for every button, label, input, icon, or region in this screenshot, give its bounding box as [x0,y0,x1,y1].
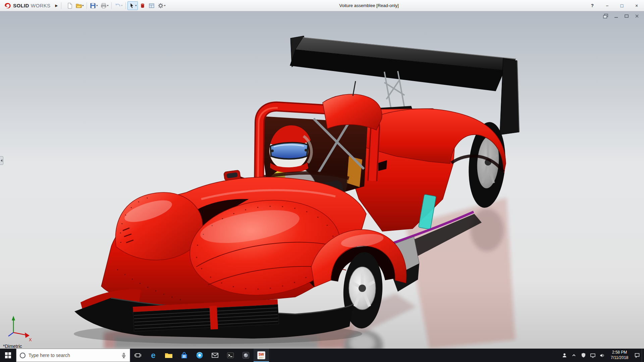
dassault-systemes-logo-icon [3,2,11,9]
brand-solid: SOLID [13,3,29,8]
options-button[interactable]: ▾ [156,1,167,10]
headrest-fairing [323,94,382,130]
view-triad: X [3,314,34,343]
undo-button[interactable]: ▾ [113,1,124,10]
minimize-button[interactable]: − [600,0,614,11]
toolbar-separator [125,2,126,9]
clock-time: 2:58 PM [607,350,632,355]
system-tray: 2:58 PM 7/11/2018 [560,349,644,362]
open-folder-icon [76,3,82,9]
toolbar-separator [61,2,61,9]
taskbar-browser-button[interactable] [192,349,207,362]
windows-logo-icon [5,352,11,358]
toolbar-separator [111,2,112,9]
doc-new-window-button[interactable] [603,13,609,18]
save-button[interactable]: ▾ [89,1,99,10]
select-tool-button[interactable]: ▾ [127,1,138,10]
task-view-icon [134,351,142,359]
help-button[interactable]: ? [585,0,600,11]
appearance-cylinder-icon [140,3,146,9]
window-titlebar: SOLIDWORKS ▶ ▾ [0,0,644,11]
open-caret[interactable]: ▾ [82,4,84,7]
taskbar-clock[interactable]: 2:58 PM 7/11/2018 [607,350,632,360]
taskbar-command-prompt-button[interactable] [223,349,238,362]
select-cursor-icon [129,3,135,9]
search-input[interactable] [29,353,118,358]
display-panels-icon [149,3,155,9]
sw-year: 2017 [259,357,264,359]
triad-y-axis [12,316,15,320]
print-icon [101,3,107,9]
save-caret[interactable]: ▾ [96,4,98,7]
select-caret[interactable]: ▾ [135,4,137,7]
chevron-up-icon[interactable] [569,349,579,362]
3d-model-canvas[interactable] [0,11,644,349]
new-document-icon [67,3,73,9]
people-icon[interactable] [560,349,569,362]
start-button[interactable] [0,349,16,362]
appearance-button[interactable] [138,1,147,10]
toolbar-separator [87,2,87,9]
show-desktop-button[interactable] [642,349,644,362]
chevron-left-icon [1,159,2,162]
network-icon[interactable] [588,349,597,362]
document-window-controls [603,13,640,18]
graphics-viewport[interactable]: X *Dimetric [0,11,644,349]
gear-icon [158,3,164,9]
brand: SOLIDWORKS [0,0,53,11]
doc-close-button[interactable] [634,13,640,18]
taskbar-solidworks-button[interactable]: SW 2017 [254,349,269,362]
print-caret[interactable]: ▾ [107,4,108,7]
solidworks-window: SOLIDWORKS ▶ ▾ [0,0,644,362]
clock-date: 7/11/2018 [607,355,632,361]
open-button[interactable]: ▾ [74,1,85,10]
feature-panel-collapsed-tab[interactable] [0,156,3,165]
doc-restore-button[interactable] [624,13,630,18]
taskbar-edge-button[interactable]: e [146,349,161,362]
taskbar-store-button[interactable] [176,349,192,362]
sw-letters: SW [259,353,264,356]
triad-z-axis [8,333,13,336]
options-caret[interactable]: ▾ [164,4,165,7]
orientation-label: *Dimetric [3,344,22,349]
edge-icon: e [151,351,155,359]
display-style-button[interactable] [147,1,156,10]
toolbar-flyout-arrow[interactable]: ▶ [53,4,60,7]
volume-icon[interactable] [597,349,607,362]
windows-taskbar: e [0,349,644,362]
main-toolbar: ▾ ▾ ▾ [65,0,167,11]
maximize-button[interactable]: □ [614,0,629,11]
print-button[interactable]: ▾ [99,1,110,10]
brand-works: WORKS [31,3,51,8]
close-button[interactable]: × [629,0,644,11]
solidworks-app-icon: SW 2017 [257,351,266,360]
task-view-button[interactable] [130,349,146,362]
defender-shield-icon[interactable] [579,349,588,362]
taskbar-search-box[interactable] [16,349,130,362]
window-title: Voiture assemblee [Read-only] [161,3,577,8]
doc-minimize-button[interactable] [613,13,619,18]
taskbar-file-explorer-button[interactable] [161,349,176,362]
cortana-icon [20,353,25,358]
undo-caret[interactable]: ▾ [121,4,122,7]
taskbar-mail-button[interactable] [207,349,223,362]
save-icon [90,3,96,9]
undo-icon [115,3,121,9]
window-controls: ? − □ × [585,0,644,11]
browser-globe-icon [196,351,204,359]
microphone-icon[interactable] [121,353,126,358]
file-explorer-icon [164,351,173,359]
action-center-icon[interactable] [632,349,642,362]
mail-icon [211,351,219,359]
composer-sphere-icon [242,351,250,359]
taskbar-composer-button[interactable] [238,349,254,362]
triad-x-label: X [29,337,32,342]
store-icon [180,351,188,359]
new-document-button[interactable] [65,1,74,10]
command-prompt-icon [226,351,234,359]
